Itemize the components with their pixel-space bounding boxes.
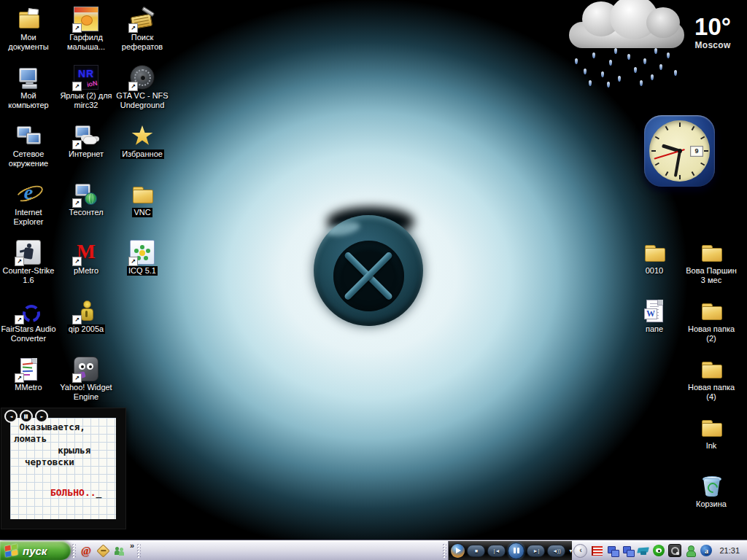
desktop-icon-label: 0010 [646,266,663,276]
tray-collapse-chevron[interactable]: ‹ [573,544,587,558]
desktop-icon-label: Корзина [696,499,727,509]
tray-cap-icon[interactable] [638,545,649,556]
desktop-icon-label: папе [646,324,663,334]
desktop-icon-label: Ярлык (2) для mirc32 [58,91,115,110]
desktop-icon-label: Новая папка (2) [683,324,740,343]
clock-tick [691,126,694,131]
folder-icon [700,416,723,439]
desktop-icon-column: ↗Гарфилд малыша...NRioN↗Ярлык (2) для mi… [58,3,115,411]
tray-messenger-person-icon[interactable] [685,545,697,556]
desktop-icon[interactable]: Избранное [114,120,171,178]
raindrop [651,74,654,80]
sticky-note-widget: ◄▌▌► Оказывается,ломать крылья чертовски… [1,408,125,529]
raindrop [584,69,587,74]
desktop-icon-label: GTA VC - NFS Undeground [114,91,171,110]
desktop-icon[interactable]: ↗GTA VC - NFS Undeground [114,61,171,120]
computer-icon [17,66,40,89]
tray-a-sphere-icon[interactable]: a [700,545,712,556]
shortcut-arrow-icon: ↗ [72,198,82,208]
note-next-button[interactable]: ► [35,410,48,423]
desktop-icon-label: Internet Explorer [0,208,57,227]
desktop-icon[interactable]: Ink [683,411,740,470]
clock-tick [665,171,668,176]
raindrop [627,54,630,60]
desktop-icon[interactable]: NRioN↗Ярлык (2) для mirc32 [58,61,115,120]
taskbar-clock: 21:31 [716,541,747,560]
note-text-line: чертовски [14,456,114,468]
wmp-pause-button[interactable] [508,542,525,559]
media-player-logo-icon[interactable] [451,544,465,558]
desktop-icon[interactable]: ↗Counter-Strike 1.6 [0,236,57,295]
raindrop [674,70,677,76]
desktop-icon-column: ↗Поиск рефератов↗GTA VC - NFS Undeground… [114,3,171,295]
desktop-icon[interactable]: ↗Поиск рефератов [114,3,171,61]
desktop-icon-label: ICQ 5.1 [127,266,158,276]
desktop-icon[interactable]: ↗Гарфилд малыша... [58,3,115,61]
desktop-icon[interactable]: Сетевое окружение [0,120,57,178]
wmp-previous-button[interactable]: |◄ [487,545,506,557]
quicklaunch-messenger-contacts-icon[interactable] [114,545,125,556]
tray-network-a-icon[interactable] [607,545,619,556]
tray-eye-icon[interactable] [653,545,665,556]
desktop-icon[interactable]: Вова Паршин 3 мес [683,236,740,295]
desktop-icon[interactable]: ↗qip 2005a [58,295,115,353]
clock-date-window: 9 [690,146,703,157]
clock-tick [654,163,659,166]
desktop-icon[interactable]: M↗pMetro [58,236,115,295]
recycle-icon [700,474,723,497]
desktop-icon[interactable]: Wпапе [626,295,683,353]
desktop-icon[interactable]: ↗ICQ 5.1 [114,236,171,295]
wmp-volume-dropdown-button[interactable]: ▼ [568,545,573,556]
desktop-icon[interactable]: Новая папка (4) [683,353,740,411]
taskbar-empty-area [142,541,441,560]
desktop-icon[interactable]: Мои документы [0,3,57,61]
shortcut-arrow-icon: ↗ [72,373,82,383]
desktop-icon[interactable]: ↗Тесонтел [58,178,115,236]
desktop-icon-label: Сетевое окружение [0,149,57,168]
desktop-icon[interactable]: ↗Интернет [58,120,115,178]
desktop-icon-label: pMetro [74,266,98,276]
note-previous-button[interactable]: ◄ [4,410,18,423]
start-button[interactable]: пуск [0,541,71,560]
windows-flag-icon [4,544,19,557]
ie-icon: e [17,182,40,206]
quicklaunch-grip[interactable] [72,544,76,558]
desktop-icon[interactable]: ↗MMetro [0,353,57,411]
raindrop [654,48,657,54]
desktop-icon[interactable]: ↗Yahoo! Widget Engine [58,353,115,411]
quicklaunch-mail-agent-icon[interactable]: @ [80,545,92,556]
shortcut-arrow-icon: ↗ [15,373,24,383]
note-cursor: _ [96,487,102,498]
wmp-next-button[interactable]: ►| [527,545,545,557]
desktop-icon[interactable]: ↗FairStars Audio Converter [0,295,57,353]
desktop-icon[interactable]: VNC [114,178,171,236]
tray-download-manager-icon[interactable] [592,546,603,556]
desktop-icon-label: Тесонтел [69,208,103,217]
wmp-volume-button[interactable]: ◄)) [547,545,565,557]
wmp-stop-button[interactable]: ■ [467,545,485,557]
raindrop [601,71,604,77]
tray-gear-icon[interactable] [668,544,681,557]
shortcut-arrow-icon: ↗ [15,315,24,324]
clock-tick [700,163,705,166]
note-pause-button[interactable]: ▌▌ [20,410,33,423]
desktop-icon[interactable]: Мой компьютер [0,61,57,120]
clock-tick [679,175,681,179]
quicklaunch-pen-tool-icon[interactable] [97,545,109,556]
taskbar-grip[interactable] [137,544,141,558]
desktop-icon[interactable]: 0010 [626,236,683,295]
desktop-icon[interactable]: Новая папка (2) [683,295,740,353]
desktop-icon-column: Мои документыМой компьютерСетевое окруже… [0,3,57,411]
tray-network-b-icon[interactable] [622,545,634,556]
quicklaunch-overflow-chevron[interactable]: » [128,541,136,560]
desktop-icon[interactable]: Корзина [683,470,740,528]
clock-tick [654,136,659,140]
wmp-band-grip[interactable] [443,544,446,558]
clock-face: 9 [649,120,710,182]
desktop-icon-label: Мои документы [0,33,57,52]
desktop-icon[interactable]: eInternet Explorer [0,178,57,236]
desktop-icon-label: Новая папка (4) [683,383,740,402]
desktop-icon-label: Вова Паршин 3 мес [683,266,740,285]
clock-center-cap [678,149,682,153]
desktop-icon-label: MMetro [15,383,42,392]
